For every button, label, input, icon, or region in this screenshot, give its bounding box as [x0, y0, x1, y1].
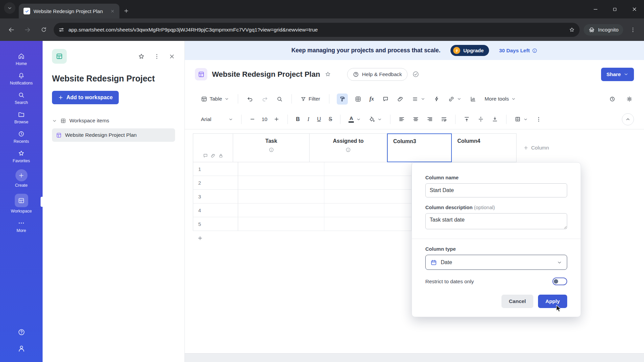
text-color-button[interactable]: A [347, 114, 362, 124]
panel-menu-icon[interactable] [154, 53, 160, 60]
workspace-items-section[interactable]: Workspace items [52, 118, 175, 124]
more-tools-button[interactable]: More tools [483, 95, 517, 103]
panel-close-icon[interactable] [169, 53, 175, 60]
vertical-align-bottom-button[interactable] [490, 115, 499, 124]
sidebar-item-create[interactable]: Create [0, 166, 43, 191]
add-row-plus-icon[interactable] [197, 235, 203, 241]
column-type-select[interactable]: Date [425, 255, 567, 270]
cell[interactable] [238, 162, 324, 176]
browser-tab[interactable]: Website Redesign Project Plan [19, 4, 119, 18]
window-close-button[interactable] [625, 3, 644, 16]
bookmark-star-icon[interactable] [569, 27, 575, 33]
browser-menu-button[interactable] [627, 24, 639, 36]
increase-font-size-button[interactable] [272, 115, 281, 123]
sidebar-item-home[interactable]: Home [0, 50, 43, 69]
column-header-column3-selected[interactable]: Column3 [387, 133, 452, 162]
redo-button[interactable] [260, 95, 269, 104]
cell[interactable] [324, 217, 412, 231]
search-sheet-button[interactable] [275, 95, 284, 104]
attachment-column-icon[interactable] [211, 153, 216, 158]
italic-button[interactable]: I [306, 115, 311, 124]
view-selector-table[interactable]: Table [200, 95, 230, 104]
bold-button[interactable]: B [294, 115, 301, 124]
cell-formatting-button[interactable] [354, 95, 363, 104]
sidebar-item-more[interactable]: More [0, 217, 43, 236]
strikethrough-button[interactable]: S [327, 115, 334, 124]
cell[interactable] [238, 203, 324, 217]
tab-close-icon[interactable] [109, 7, 116, 15]
window-minimize-button[interactable] [586, 3, 605, 16]
favorite-sheet-star-icon[interactable] [325, 71, 331, 77]
settings-button[interactable] [625, 95, 634, 104]
column-description-input[interactable]: Task start date [425, 213, 567, 229]
cell[interactable] [238, 176, 324, 189]
add-to-workspace-button[interactable]: Add to workspace [52, 91, 119, 104]
column-header-assigned-to[interactable]: Assigned to [310, 133, 387, 162]
reload-button[interactable] [38, 24, 50, 36]
column-name-input[interactable] [425, 183, 567, 197]
borders-button[interactable] [513, 115, 529, 124]
apply-button[interactable]: Apply [538, 295, 567, 308]
underline-button[interactable]: U [316, 115, 322, 124]
cell[interactable] [324, 162, 412, 176]
horizontal-scrollbar[interactable] [185, 353, 644, 362]
undo-button[interactable] [246, 95, 255, 104]
cell[interactable] [238, 190, 324, 203]
add-column-button[interactable]: Column [517, 133, 556, 162]
cell[interactable] [324, 190, 412, 203]
format-painter-button[interactable] [337, 94, 348, 105]
sidebar-item-workspace[interactable]: Workspace [0, 191, 43, 217]
decrease-font-size-button[interactable] [248, 115, 257, 123]
automation-button[interactable] [432, 95, 441, 103]
row-actions-button[interactable] [411, 95, 427, 104]
site-info-icon[interactable] [58, 27, 64, 33]
filter-button[interactable]: Filter [299, 95, 321, 103]
text-wrap-button[interactable] [439, 115, 448, 124]
comment-column-icon[interactable] [203, 153, 208, 158]
forward-button[interactable] [21, 24, 34, 36]
font-family-select[interactable]: Arial [200, 115, 234, 124]
column-header-column4[interactable]: Column4 [452, 133, 517, 162]
column-header-task[interactable]: Task [233, 133, 310, 162]
cell[interactable] [324, 203, 412, 217]
align-right-button[interactable] [425, 115, 434, 124]
cell[interactable] [324, 176, 412, 189]
upgrade-button[interactable]: Upgrade [450, 45, 489, 56]
chart-button[interactable] [469, 95, 478, 104]
more-formatting-button[interactable] [534, 115, 543, 124]
vertical-align-top-button[interactable] [462, 115, 471, 124]
url-bar[interactable]: app.smartsheet.com/sheets/v3qwxMgRrP9pqp… [54, 23, 580, 37]
info-icon[interactable] [345, 147, 351, 153]
sidebar-item-notifications[interactable]: Notifications [0, 69, 43, 88]
help-button[interactable] [18, 328, 25, 336]
formula-button[interactable]: fx [368, 95, 375, 103]
activity-history-button[interactable] [608, 95, 617, 104]
align-left-button[interactable] [397, 115, 406, 124]
profile-button[interactable] [17, 345, 25, 353]
font-size-value[interactable]: 10 [262, 116, 267, 122]
vertical-align-middle-button[interactable] [476, 115, 485, 124]
info-icon[interactable] [269, 147, 274, 153]
lock-column-icon[interactable] [218, 153, 223, 158]
cancel-button[interactable]: Cancel [501, 295, 533, 308]
restrict-toggle[interactable] [552, 278, 567, 285]
tab-search-button[interactable] [4, 2, 15, 14]
new-tab-button[interactable] [123, 8, 129, 14]
attachment-button[interactable] [396, 95, 405, 104]
sidebar-item-favorites[interactable]: Favorites [0, 147, 43, 166]
back-button[interactable] [5, 24, 17, 36]
cell[interactable] [238, 217, 324, 231]
link-button[interactable] [447, 95, 463, 104]
align-center-button[interactable] [411, 115, 420, 124]
collapse-toolbar-button[interactable] [622, 113, 634, 125]
fill-color-button[interactable] [367, 115, 383, 124]
window-maximize-button[interactable] [605, 3, 625, 16]
sidebar-item-search[interactable]: Search [0, 88, 43, 108]
favorite-star-icon[interactable] [138, 53, 145, 60]
info-icon[interactable] [532, 48, 537, 53]
workspace-item-sheet[interactable]: Website Redesign Project Plan [52, 128, 175, 142]
sidebar-item-browse[interactable]: Browse [0, 108, 43, 127]
comment-button[interactable] [381, 95, 390, 104]
sidebar-item-recents[interactable]: Recents [0, 127, 43, 147]
share-button[interactable]: Share [601, 68, 634, 81]
